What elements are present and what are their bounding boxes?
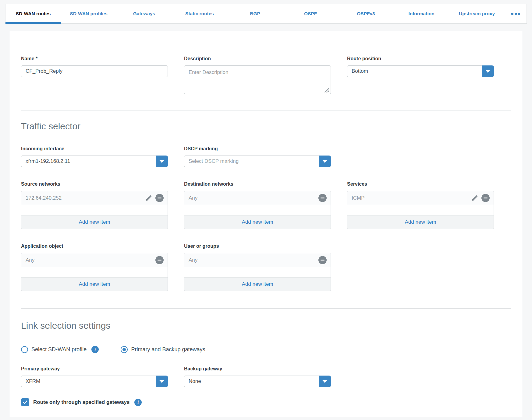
services-group: Services ICMP Add new item [347,181,494,229]
tab-bgp[interactable]: BGP [227,4,283,23]
resize-handle-icon[interactable] [324,87,329,93]
listbox-empty-space [184,205,331,215]
link-selection-radio-row: Select SD-WAN profile i Primary and Back… [21,346,511,353]
tab-sdwan-profiles[interactable]: SD-WAN profiles [61,4,116,23]
ellipsis-dot [511,13,513,15]
remove-icon[interactable] [155,256,164,264]
list-item-name: Any [26,257,34,263]
listbox-empty-space [21,205,168,215]
ellipsis-dot [518,13,520,15]
dscp-marking-dropdown-button[interactable] [319,156,331,167]
list-item: 172.64.240.252 [21,191,168,205]
add-new-item-button[interactable]: Add new item [21,215,168,229]
radio-select-sdwan-profile[interactable]: Select SD-WAN profile [21,346,87,353]
divider [21,308,511,309]
remove-icon[interactable] [481,194,490,202]
remove-icon[interactable] [318,194,327,202]
traffic-selector-title: Traffic selector [21,121,511,132]
list-item-name: Any [189,257,197,263]
incoming-interface-label: Incoming interface [21,146,168,152]
tab-information[interactable]: Information [394,4,449,23]
route-position-value: Bottom [347,65,482,77]
destination-networks-label: Destination networks [184,181,331,187]
ellipsis-dot [515,13,517,15]
primary-gateway-value: XFRM [21,376,156,387]
name-field-group: Name * [21,56,168,77]
services-listbox: ICMP Add new item [347,191,494,229]
services-label: Services [347,181,494,187]
primary-gateway-group: Primary gateway XFRM [21,366,168,387]
divider [21,110,511,110]
link-selection-title: Link selection settings [21,320,511,331]
backup-gateway-select[interactable]: None [184,376,331,387]
tab-upstream-proxy[interactable]: Upstream proxy [449,4,505,23]
description-field-group: Description [184,56,331,96]
source-networks-group: Source networks 172.64.240.252 Add new i… [21,181,168,229]
incoming-interface-dropdown-button[interactable] [156,156,168,167]
route-position-dropdown-button[interactable] [482,65,494,77]
route-position-select[interactable]: Bottom [347,65,494,77]
backup-gateway-label: Backup gateway [184,366,331,372]
radio-label: Select SD-WAN profile [31,346,87,353]
dscp-marking-group: DSCP marking Select DSCP marking [184,146,331,167]
info-icon[interactable]: i [134,399,142,406]
dscp-marking-placeholder: Select DSCP marking [184,156,319,167]
primary-gateway-label: Primary gateway [21,366,168,372]
tab-ospf[interactable]: OSPF [283,4,338,23]
more-tabs-icon[interactable] [505,4,527,23]
chevron-down-icon [159,160,164,163]
chevron-down-icon [322,160,327,163]
destination-networks-group: Destination networks Any Add new item [184,181,331,229]
route-position-field-group: Route position Bottom [347,56,494,77]
source-networks-label: Source networks [21,181,168,187]
application-object-group: Application object Any Add new item [21,243,168,291]
listbox-empty-space [184,267,331,277]
description-textarea[interactable] [184,65,331,94]
list-item: ICMP [347,191,494,205]
description-label: Description [184,56,331,62]
dscp-marking-label: DSCP marking [184,146,331,152]
route-only-label: Route only through specified gateways [33,399,129,405]
backup-gateway-dropdown-button[interactable] [319,376,331,387]
user-or-groups-label: User or groups [184,243,331,249]
add-new-item-button[interactable]: Add new item [21,277,168,291]
remove-icon[interactable] [155,194,164,202]
add-new-item-button[interactable]: Add new item [347,215,494,229]
list-item-name: ICMP [352,195,365,201]
route-only-checkbox[interactable] [21,398,29,406]
add-new-item-button[interactable]: Add new item [184,215,331,229]
source-networks-listbox: 172.64.240.252 Add new item [21,191,168,229]
remove-icon[interactable] [318,256,327,264]
name-input[interactable] [21,65,168,77]
add-new-item-button[interactable]: Add new item [184,277,331,291]
list-item-name: Any [189,195,197,201]
destination-networks-listbox: Any Add new item [184,191,331,229]
application-object-label: Application object [21,243,168,249]
top-tab-bar: SD-WAN routes SD-WAN profiles Gateways S… [5,4,527,24]
list-item-name: 172.64.240.252 [26,195,62,201]
user-or-groups-listbox: Any Add new item [184,253,331,291]
tab-gateways[interactable]: Gateways [116,4,172,23]
listbox-empty-space [21,267,168,277]
user-or-groups-group: User or groups Any Add new item [184,243,331,291]
list-item: Any [184,253,331,267]
info-icon[interactable]: i [91,346,99,353]
primary-gateway-select[interactable]: XFRM [21,376,168,387]
route-position-label: Route position [347,56,494,62]
chevron-down-icon [159,380,164,383]
tab-static-routes[interactable]: Static routes [172,4,227,23]
tab-ospfv3[interactable]: OSPFv3 [338,4,394,23]
tab-sdwan-routes[interactable]: SD-WAN routes [5,4,61,23]
chevron-down-icon [485,70,490,73]
edit-icon[interactable] [471,194,478,201]
incoming-interface-group: Incoming interface xfrm1-192.168.2.11 [21,146,168,167]
incoming-interface-select[interactable]: xfrm1-192.168.2.11 [21,156,168,167]
application-object-listbox: Any Add new item [21,253,168,291]
route-only-row: Route only through specified gateways i [21,398,511,406]
radio-primary-backup-gateways[interactable]: Primary and Backup gateways [121,346,205,353]
dscp-marking-select[interactable]: Select DSCP marking [184,156,331,167]
radio-icon [121,346,128,353]
edit-icon[interactable] [145,194,152,201]
check-icon [23,400,28,405]
primary-gateway-dropdown-button[interactable] [156,376,168,387]
